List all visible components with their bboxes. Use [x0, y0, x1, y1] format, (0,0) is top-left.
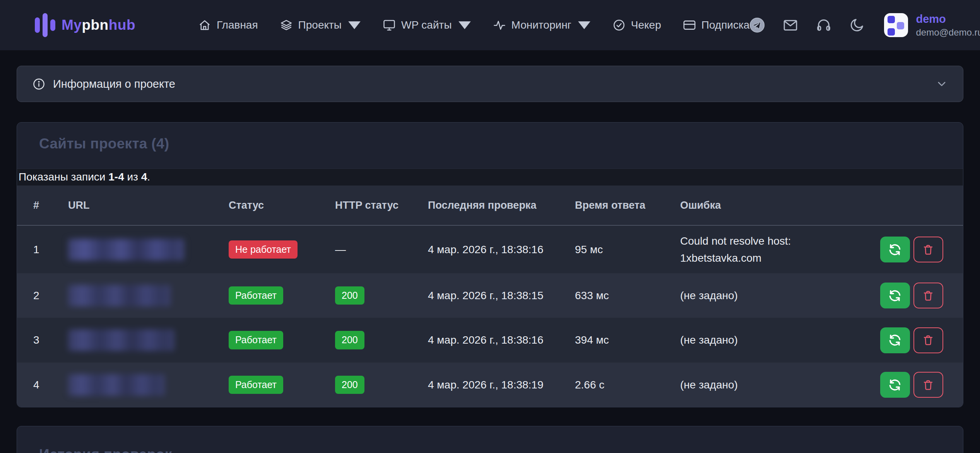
nav-item-label: Главная: [217, 19, 258, 31]
nav-item-projects[interactable]: Проекты: [280, 19, 361, 32]
url-blurred[interactable]: [68, 239, 184, 261]
brand-logo[interactable]: Mypbnhub: [35, 13, 135, 37]
last-check-value: 4 мар. 2026 г., 18:38:19: [428, 363, 575, 407]
last-check-value: 4 мар. 2026 г., 18:38:15: [428, 273, 575, 318]
theme-toggle-button[interactable]: [849, 17, 865, 33]
error-value: Could not resolve host: 1xbetstavka.com: [680, 233, 860, 266]
chevron-down-icon[interactable]: [936, 78, 948, 90]
project-info-accordion[interactable]: Информация о проекте: [17, 66, 963, 102]
sites-table: # URL Статус HTTP статус Последняя прове…: [17, 186, 963, 407]
http-status-badge: 200: [335, 331, 364, 349]
table-row: 1 Не работает — 4 мар. 2026 г., 18:38:16…: [17, 225, 963, 273]
nav-item-subscription[interactable]: Подписка: [683, 19, 750, 32]
chevron-down-icon: [348, 19, 361, 32]
last-check-value: 4 мар. 2026 г., 18:38:16: [428, 318, 575, 363]
sites-card-title: Сайты проекта (4): [17, 123, 963, 152]
activity-icon: [493, 19, 506, 32]
monitor-icon: [383, 19, 396, 32]
recheck-button[interactable]: [880, 283, 910, 308]
headphones-icon: [816, 17, 831, 33]
status-badge: Работает: [229, 331, 283, 349]
refresh-icon: [888, 333, 902, 347]
table-row: 3 Работает 200 4 мар. 2026 г., 18:38:16 …: [17, 318, 963, 363]
grid-summary: Показаны записи 1-4 из 4.: [17, 169, 963, 186]
telegram-icon: [749, 17, 765, 33]
col-header-response-time: Время ответа: [575, 186, 680, 225]
brand-bars-icon: [35, 13, 55, 37]
project-info-title: Информация о проекте: [53, 78, 175, 90]
nav-item-label: Мониторинг: [511, 19, 571, 31]
row-index: 3: [17, 318, 68, 363]
refresh-icon: [888, 378, 902, 392]
response-time-value: 95 мс: [575, 225, 680, 273]
layers-icon: [280, 19, 293, 32]
topbar-actions: demo demo@demo.ru: [749, 12, 980, 38]
user-email: demo@demo.ru: [916, 26, 980, 38]
history-card-title: История проверок: [17, 426, 963, 453]
user-menu[interactable]: demo demo@demo.ru: [884, 12, 980, 38]
refresh-icon: [888, 243, 902, 257]
http-status-badge: 200: [335, 376, 364, 394]
recheck-button[interactable]: [880, 372, 910, 398]
trash-icon: [922, 244, 934, 256]
col-header-last-check: Последняя проверка: [428, 186, 575, 225]
nav-item-label: Проекты: [298, 19, 342, 31]
avatar: [884, 13, 908, 37]
info-icon: [32, 78, 45, 90]
nav-item-label: Подписка: [701, 19, 750, 31]
table-header-row: # URL Статус HTTP статус Последняя прове…: [17, 186, 963, 225]
url-blurred[interactable]: [68, 329, 174, 351]
nav-item-monitoring[interactable]: Мониторинг: [493, 19, 591, 32]
trash-icon: [922, 379, 934, 391]
response-time-value: 633 мс: [575, 273, 680, 318]
delete-button[interactable]: [913, 372, 943, 398]
topbar: Mypbnhub Главная Проекты WP сайты Монито…: [0, 0, 980, 50]
project-sites-card: Сайты проекта (4) Показаны записи 1-4 из…: [17, 122, 963, 407]
table-row: 2 Работает 200 4 мар. 2026 г., 18:38:15 …: [17, 273, 963, 318]
col-header-url: URL: [68, 186, 229, 225]
chevron-down-icon: [458, 19, 471, 32]
trash-icon: [922, 290, 934, 302]
nav-item-label: Чекер: [631, 19, 661, 31]
error-value: (не задано): [680, 287, 860, 304]
error-value: (не задано): [680, 332, 860, 348]
nav-item-label: WP сайты: [401, 19, 452, 31]
col-header-http-status: HTTP статус: [335, 186, 428, 225]
chevron-down-icon: [578, 19, 591, 32]
row-index: 1: [17, 225, 68, 273]
row-index: 4: [17, 363, 68, 407]
user-name: demo: [916, 12, 980, 26]
col-header-actions: [860, 186, 963, 225]
url-blurred[interactable]: [68, 285, 171, 307]
delete-button[interactable]: [913, 283, 943, 308]
check-circle-icon: [612, 19, 626, 32]
delete-button[interactable]: [913, 327, 943, 353]
error-value: (не задано): [680, 376, 860, 393]
mail-button[interactable]: [783, 17, 798, 33]
delete-button[interactable]: [913, 237, 943, 262]
home-icon: [198, 19, 211, 32]
main-nav: Главная Проекты WP сайты Мониторинг Чеке…: [198, 19, 749, 32]
last-check-value: 4 мар. 2026 г., 18:38:16: [428, 225, 575, 273]
support-button[interactable]: [816, 17, 831, 33]
http-status-badge: 200: [335, 286, 364, 305]
url-blurred[interactable]: [68, 374, 165, 396]
telegram-button[interactable]: [749, 17, 765, 33]
moon-icon: [849, 17, 865, 33]
col-header-error: Ошибка: [680, 186, 860, 225]
http-status-value: —: [335, 244, 346, 255]
table-row: 4 Работает 200 4 мар. 2026 г., 18:38:19 …: [17, 363, 963, 407]
nav-item-checker[interactable]: Чекер: [612, 19, 661, 32]
col-header-index: #: [17, 186, 68, 225]
refresh-icon: [888, 289, 902, 303]
mail-icon: [783, 17, 798, 33]
nav-item-home[interactable]: Главная: [198, 19, 258, 32]
recheck-button[interactable]: [880, 327, 910, 353]
status-badge: Работает: [229, 376, 283, 394]
brand-name: Mypbnhub: [62, 17, 135, 33]
recheck-button[interactable]: [880, 237, 910, 262]
response-time-value: 2.66 с: [575, 363, 680, 407]
status-badge: Работает: [229, 286, 283, 305]
nav-item-wp-sites[interactable]: WP сайты: [383, 19, 471, 32]
response-time-value: 394 мс: [575, 318, 680, 363]
